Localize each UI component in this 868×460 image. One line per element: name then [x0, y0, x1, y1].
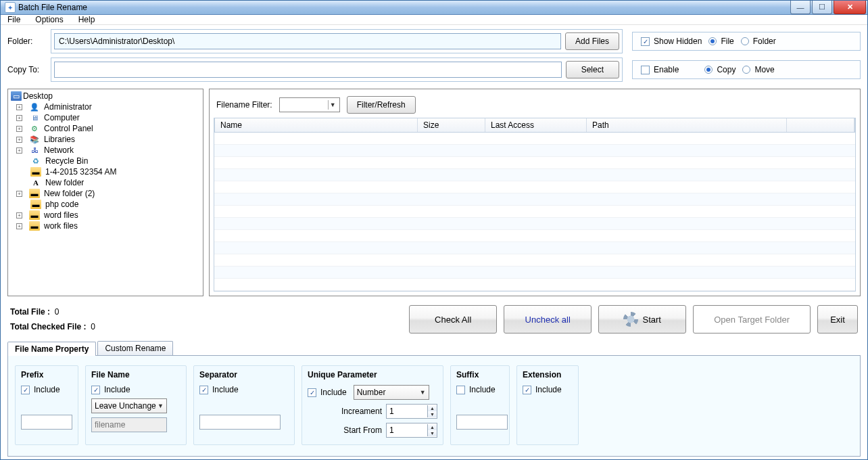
expander-icon[interactable]: + — [16, 191, 22, 197]
file-list-panel: Filename Filter: ▼ Filter/Refresh Name S… — [209, 89, 861, 296]
radio-icon — [741, 37, 749, 45]
prefix-input[interactable] — [21, 415, 72, 430]
show-hidden-toggle[interactable]: ✓ Show Hidden — [641, 37, 702, 46]
col-size[interactable]: Size — [418, 118, 485, 132]
unique-include[interactable]: ✓Include — [308, 388, 347, 397]
tree-root[interactable]: ▭ Desktop — [8, 91, 203, 101]
expander-icon[interactable]: + — [16, 147, 22, 154]
folder-path-input[interactable] — [54, 33, 561, 49]
suffix-include[interactable]: Include — [456, 385, 504, 394]
tree-item[interactable]: +⚙Control Panel — [8, 123, 203, 134]
enable-copy-toggle[interactable]: Enable — [641, 65, 679, 74]
cpl-icon: ⚙ — [29, 124, 40, 133]
group-suffix: Suffix Include — [450, 365, 510, 445]
tab-body: Prefix ✓Include File Name ✓Include Leave… — [7, 355, 861, 457]
unique-type-dropdown[interactable]: Number▼ — [354, 385, 429, 400]
extension-include[interactable]: ✓Include — [523, 385, 573, 394]
app-icon: ✦ — [5, 2, 16, 13]
expander-icon[interactable]: + — [16, 137, 22, 143]
grid-body — [214, 133, 855, 291]
filter-label: Filename Filter: — [216, 100, 272, 110]
tree-item-label: work files — [44, 221, 78, 231]
tree-item[interactable]: +📚Libraries — [8, 134, 203, 145]
tree-item[interactable]: +🖥Computer — [8, 112, 203, 123]
expander-icon[interactable]: + — [16, 104, 22, 110]
start-button[interactable]: Start — [598, 305, 686, 334]
uncheck-all-button[interactable]: Uncheck all — [504, 305, 592, 334]
folder-icon: ▬ — [30, 200, 41, 209]
tree-item[interactable]: +▬New folder (2) — [8, 188, 203, 199]
filename-include[interactable]: ✓Include — [91, 385, 180, 394]
group-prefix: Prefix ✓Include — [15, 365, 78, 445]
menu-help[interactable]: Help — [78, 15, 95, 24]
checkbox-icon — [641, 66, 650, 74]
mode-move-radio[interactable]: Move — [742, 65, 774, 74]
col-extra[interactable] — [787, 118, 854, 132]
separator-input[interactable] — [199, 415, 281, 430]
tree-item[interactable]: +▬word files — [8, 210, 203, 221]
radio-icon — [708, 37, 717, 45]
chevron-down-icon: ▼ — [158, 402, 164, 409]
folder-icon: ▬ — [29, 210, 40, 220]
tab-file-name-property[interactable]: File Name Property — [7, 342, 96, 356]
separator-include[interactable]: ✓Include — [199, 385, 289, 394]
increment-spinner[interactable]: 1▲▼ — [386, 404, 437, 419]
expander-icon[interactable]: + — [16, 223, 22, 229]
copyto-label: Copy To: — [7, 65, 41, 74]
close-button[interactable]: ✕ — [834, 1, 866, 14]
radio-icon — [742, 66, 750, 74]
tree-item[interactable]: +🖧Network — [8, 145, 203, 156]
filename-input[interactable] — [91, 417, 167, 432]
prefix-include[interactable]: ✓Include — [21, 385, 72, 394]
minimize-button[interactable]: — — [790, 1, 811, 14]
checkbox-icon: ✓ — [641, 37, 650, 46]
tree-item-label: Libraries — [44, 135, 75, 144]
tree-item[interactable]: ♻Recycle Bin — [8, 156, 203, 166]
type-file-radio[interactable]: File — [708, 37, 733, 46]
check-all-button[interactable]: Check All — [409, 305, 497, 334]
tree-item[interactable]: ▬php code — [8, 199, 203, 210]
copyto-path-input[interactable] — [54, 62, 562, 78]
filename-mode-dropdown[interactable]: Leave Unchange▼ — [91, 398, 167, 413]
select-folder-button[interactable]: Select — [566, 61, 619, 78]
maximize-button[interactable]: ☐ — [812, 1, 832, 14]
expander-icon[interactable]: + — [16, 212, 22, 218]
stats-block: Total File : 0 Total Checked File : 0 — [10, 304, 95, 334]
expander-icon[interactable]: + — [16, 115, 22, 121]
startfrom-spinner[interactable]: 1▲▼ — [386, 423, 437, 438]
folder-icon: ▬ — [30, 167, 41, 177]
menu-options[interactable]: Options — [35, 15, 63, 24]
tree-item-label: New folder (2) — [44, 189, 95, 198]
chevron-down-icon: ▼ — [328, 100, 337, 110]
tree-item-label: Control Panel — [44, 124, 93, 133]
folder-label: Folder: — [7, 37, 41, 46]
file-grid[interactable]: Name Size Last Access Path — [214, 118, 856, 292]
filter-refresh-button[interactable]: Filter/Refresh — [347, 96, 416, 114]
type-folder-radio[interactable]: Folder — [741, 37, 776, 46]
col-name[interactable]: Name — [215, 118, 418, 132]
col-last-access[interactable]: Last Access — [485, 118, 587, 132]
suffix-input[interactable] — [456, 415, 508, 430]
menu-file[interactable]: File — [7, 15, 20, 24]
expander-icon[interactable]: + — [16, 126, 22, 132]
folder-tree[interactable]: ▭ Desktop +👤Administrator+🖥Computer+⚙Con… — [7, 89, 203, 296]
group-extension: Extension ✓Include — [516, 365, 579, 445]
open-target-button[interactable]: Open Target Folder — [693, 305, 811, 334]
gear-icon — [623, 312, 638, 327]
col-path[interactable]: Path — [587, 118, 787, 132]
tree-item-label: Recycle Bin — [45, 156, 88, 166]
A-icon: A — [30, 178, 41, 187]
tree-item[interactable]: +▬work files — [8, 221, 203, 231]
tree-item[interactable]: +👤Administrator — [8, 101, 203, 112]
tree-item[interactable]: ANew folder — [8, 177, 203, 188]
filter-combo[interactable]: ▼ — [279, 97, 340, 112]
tree-item[interactable]: ▬1-4-2015 32354 AM — [8, 166, 203, 177]
add-files-button[interactable]: Add Files — [565, 32, 619, 50]
tab-custom-rename[interactable]: Custom Rename — [97, 341, 173, 355]
tree-item-label: 1-4-2015 32354 AM — [45, 167, 116, 177]
exit-button[interactable]: Exit — [817, 305, 858, 334]
mode-copy-radio[interactable]: Copy — [704, 65, 736, 74]
folder-icon: ▬ — [29, 189, 40, 198]
tree-item-label: word files — [44, 210, 78, 220]
desktop-icon: ▭ — [11, 91, 22, 101]
